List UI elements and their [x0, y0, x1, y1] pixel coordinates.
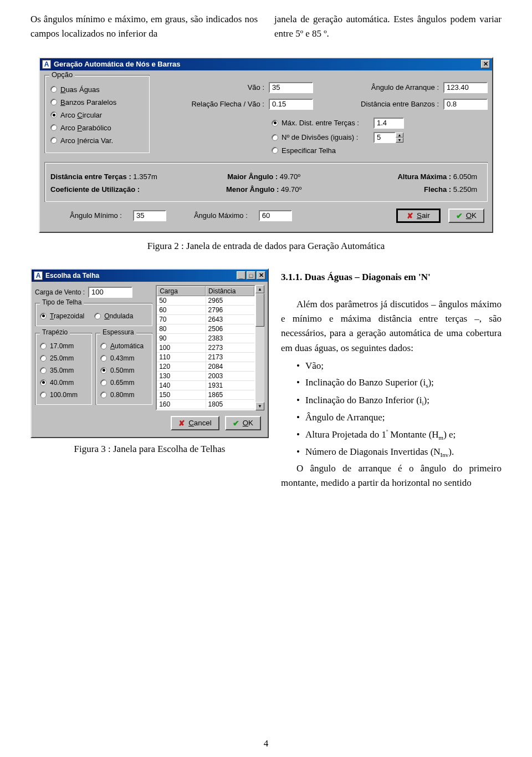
btn-text: K [248, 419, 253, 427]
esp-option[interactable]: 0.80mm [100, 389, 147, 401]
scroll-down-icon[interactable]: ▼ [255, 402, 264, 410]
x-icon: ✘ [407, 211, 413, 220]
table-row[interactable]: 1501865 [157, 390, 254, 400]
radio-label-underline: T [50, 312, 54, 320]
ok-button[interactable]: ✔ OK [225, 416, 261, 430]
radio-icon[interactable] [100, 379, 107, 386]
table-row[interactable]: 902383 [157, 334, 254, 343]
radio-label: Banzos Paralelos [60, 98, 116, 106]
maximize-icon[interactable]: □ [247, 271, 255, 280]
trap-option[interactable]: 40.0mm [40, 377, 87, 389]
cell-carga: 130 [157, 372, 206, 381]
radio-label: 25.0mm [50, 354, 74, 362]
dialog-title: Escolha da Telha [45, 272, 99, 280]
radio-especificar-telha[interactable] [272, 147, 278, 154]
trapezio-group: Trapézio 17.0mm25.0mm35.0mm40.0mm100.0mm [35, 333, 92, 405]
trap-option[interactable]: 35.0mm [40, 364, 87, 377]
section-paragraph: Além dos parâmetros já discutidos – ângu… [281, 297, 502, 355]
relacao-input[interactable] [269, 99, 313, 110]
ok-button[interactable]: ✔ OK [448, 209, 484, 223]
intro-left: Os ângulos mínimo e máximo, em graus, sã… [30, 12, 258, 42]
table-row[interactable]: 702643 [157, 315, 254, 324]
min-angle-input[interactable] [133, 210, 166, 221]
max-dist-label: Máx. Dist. entre Terças : [282, 119, 370, 127]
esp-option[interactable]: 0.43mm [100, 352, 147, 364]
scroll-up-icon[interactable]: ▲ [255, 285, 264, 293]
angulo-arranque-input[interactable] [443, 82, 488, 93]
radio-label: Duas Águas [60, 85, 100, 94]
option-radio-4[interactable]: Arco Inércia Var. [50, 134, 144, 147]
table-row[interactable]: 1002273 [157, 343, 254, 353]
scrollbar[interactable]: ▲ ▼ [255, 285, 264, 410]
radio-label: 0.80mm [110, 391, 134, 399]
radio-icon[interactable] [40, 343, 47, 349]
option-radio-0[interactable]: Duas Águas [50, 83, 144, 96]
radio-icon[interactable] [100, 355, 107, 362]
radio-trapezoidal[interactable] [40, 313, 47, 319]
table-row[interactable]: 1401931 [157, 381, 254, 390]
table-row[interactable]: 1102173 [157, 353, 254, 362]
close-icon[interactable]: ✕ [257, 271, 265, 280]
esp-option[interactable]: Automática [100, 340, 147, 352]
section-heading: 3.1.1. Duas Águas – Diagonais em 'N' [281, 272, 502, 283]
cell-carga: 90 [157, 334, 206, 343]
intro-columns: Os ângulos mínimo e máximo, em graus, sã… [30, 12, 502, 42]
radio-label: 35.0mm [50, 367, 74, 374]
max-angle-input[interactable] [259, 210, 292, 221]
trap-option[interactable]: 100.0mm [40, 389, 87, 401]
cancel-button[interactable]: ✘ Cancel [171, 416, 219, 430]
option-radio-3[interactable]: Arco Parabólico [50, 121, 144, 134]
option-radio-2[interactable]: Arco Circular [50, 109, 144, 121]
min-angle-label: Ângulo Mínimo : [70, 211, 122, 220]
table-row[interactable]: 602796 [157, 306, 254, 315]
page-number: 4 [0, 738, 532, 749]
option-radio-1[interactable]: Banzos Paralelos [50, 96, 144, 109]
radio-icon[interactable] [100, 367, 107, 374]
radio-icon[interactable] [40, 355, 47, 362]
carga-input[interactable] [88, 287, 132, 298]
status-value: 1.357m [133, 172, 157, 181]
divisoes-input[interactable] [374, 132, 396, 143]
radio-label-underline: O [104, 312, 109, 320]
radio-icon[interactable] [50, 111, 57, 118]
radio-ondulada[interactable] [94, 313, 101, 319]
trap-option[interactable]: 25.0mm [40, 352, 87, 364]
radio-icon[interactable] [40, 392, 47, 398]
status-label: Maior Ângulo : [227, 172, 278, 181]
vao-input[interactable] [269, 82, 313, 93]
table-row[interactable]: 502965 [157, 296, 254, 306]
radio-icon[interactable] [40, 367, 47, 374]
radio-icon[interactable] [50, 99, 57, 105]
radio-max-dist[interactable] [272, 120, 278, 126]
trap-option[interactable]: 17.0mm [40, 340, 87, 352]
radio-icon[interactable] [100, 343, 107, 349]
spin-up-icon[interactable]: ▲ [396, 133, 403, 138]
esp-option[interactable]: 0.65mm [100, 377, 147, 389]
esp-option[interactable]: 0.50mm [100, 364, 147, 377]
radio-icon[interactable] [50, 137, 57, 144]
max-dist-input[interactable] [374, 118, 404, 129]
radio-icon[interactable] [40, 379, 47, 386]
table-row[interactable]: 1202084 [157, 362, 254, 372]
btn-text: K [472, 211, 477, 220]
cell-dist: 2383 [206, 334, 254, 343]
table-row[interactable]: 1601805 [157, 400, 254, 409]
radio-label: ndulada [110, 312, 134, 320]
scroll-thumb[interactable] [255, 293, 264, 327]
dist-banzos-input[interactable] [443, 99, 488, 110]
radio-icon[interactable] [100, 392, 107, 398]
minimize-icon[interactable]: _ [237, 271, 245, 280]
radio-divisoes[interactable] [272, 134, 278, 141]
close-icon[interactable]: ✕ [481, 60, 490, 68]
radio-icon[interactable] [50, 124, 57, 131]
table-row[interactable]: 802506 [157, 324, 254, 334]
radio-label: 17.0mm [50, 342, 74, 350]
list-item: Vão; [296, 358, 502, 374]
table-row[interactable]: 1302003 [157, 372, 254, 381]
cell-carga: 50 [157, 296, 206, 306]
titlebar: A Geração Automática de Nós e Barras ✕ [40, 58, 492, 70]
radio-icon[interactable] [50, 86, 57, 93]
radio-label: 40.0mm [50, 379, 74, 387]
sair-button[interactable]: ✘ Sair [396, 209, 441, 223]
spin-down-icon[interactable]: ▼ [396, 138, 403, 143]
